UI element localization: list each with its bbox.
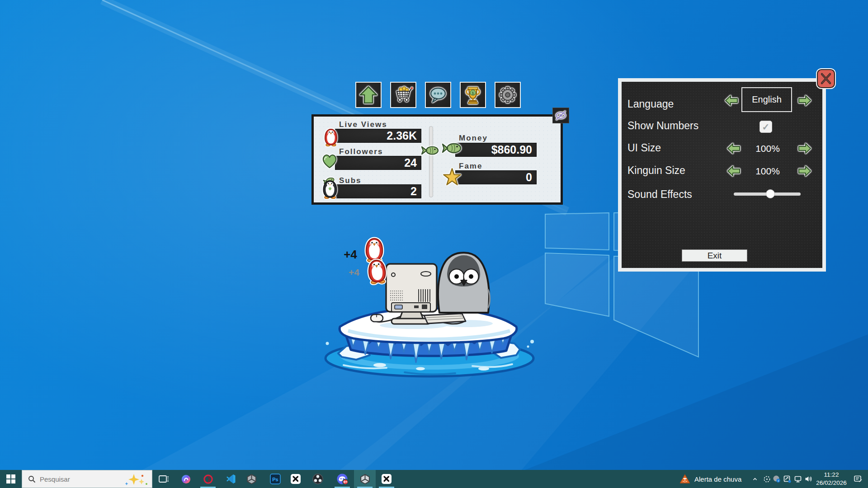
kinguin-size-value: 100% — [743, 166, 793, 177]
search-icon — [28, 475, 36, 483]
fish-slider-thumb[interactable] — [420, 144, 442, 157]
tray-network[interactable] — [793, 470, 803, 488]
notification-center-button[interactable] — [853, 470, 863, 488]
discord-badge: 9+ — [343, 480, 347, 484]
speaker-icon — [804, 475, 812, 483]
update-status-icon: i — [773, 475, 781, 483]
kinguin-size-label: Kinguin Size — [627, 164, 685, 177]
taskbar-app-unity[interactable] — [241, 470, 262, 488]
tray-cast[interactable] — [782, 470, 793, 488]
gear-icon — [498, 85, 518, 105]
cast-icon — [783, 475, 791, 483]
ui-size-increase-button[interactable] — [798, 142, 811, 155]
upgrade-button[interactable] — [355, 82, 382, 108]
search-input[interactable] — [40, 475, 112, 483]
followers-label: Followers — [339, 147, 383, 156]
game-scene: +4 +4 — [312, 235, 538, 384]
vscode-icon — [226, 474, 236, 484]
taskbar: Ps 9+ — [0, 470, 868, 488]
plus-four-recent: +4 — [344, 248, 357, 261]
taskbar-app-photoshop[interactable]: Ps — [264, 470, 286, 488]
language-prev-button[interactable] — [725, 94, 738, 107]
sound-effects-thumb[interactable] — [766, 189, 775, 198]
notification-center-icon — [854, 474, 863, 483]
eye-slash-icon — [555, 110, 567, 121]
clock-time: 11:22 — [824, 471, 839, 479]
clock-date: 26/02/2026 — [816, 479, 847, 487]
taskbar-app-obs[interactable] — [307, 470, 329, 488]
live-views-value: 2.36K — [335, 129, 421, 143]
unity-active-icon — [359, 474, 371, 485]
language-next-button[interactable] — [798, 94, 811, 107]
weather-alert-text: Alerta de chuva — [694, 475, 741, 483]
sub-penguin-icon — [322, 177, 338, 199]
task-view-icon — [158, 474, 169, 484]
opera-gx-icon — [203, 474, 213, 484]
copilot-icon — [181, 474, 191, 484]
desktop: 1 — [0, 0, 868, 488]
zoom-slider-track[interactable] — [429, 126, 433, 197]
photoshop-icon: Ps — [270, 474, 281, 484]
subs-value: 2 — [335, 184, 421, 198]
tray-update-status[interactable]: i — [771, 470, 782, 488]
taskbar-app-unity-active[interactable] — [354, 470, 376, 488]
weather-alert[interactable]: Alerta de chuva — [679, 470, 741, 488]
fame-value: 0 — [455, 170, 537, 184]
taskbar-app-capcut[interactable] — [285, 470, 307, 488]
discord-icon: 9+ — [336, 473, 349, 485]
language-select[interactable]: English — [741, 87, 792, 112]
chevron-up-icon — [751, 475, 759, 483]
hide-ui-button[interactable] — [552, 108, 569, 123]
achievements-button[interactable]: 1 — [460, 82, 486, 108]
ui-size-label: UI Size — [627, 142, 661, 154]
sound-effects-label: Sound Effects — [627, 188, 692, 201]
ui-size-value: 100% — [743, 143, 793, 154]
taskbar-app-discord[interactable]: 9+ — [331, 470, 353, 488]
kinguin-character[interactable] — [438, 253, 490, 313]
game-toolbar: 1 — [355, 82, 521, 108]
kinguin-size-decrease-button[interactable] — [727, 165, 741, 177]
follower-penguin-1 — [366, 239, 382, 262]
show-numbers-label: Show Numbers — [627, 120, 698, 132]
obs-icon — [312, 473, 324, 485]
followers-value: 24 — [335, 156, 421, 170]
tray-volume[interactable] — [803, 470, 814, 488]
money-value: $860.90 — [455, 143, 537, 157]
taskbar-search[interactable] — [22, 470, 152, 488]
screen-clip-icon — [763, 475, 771, 483]
chat-bubble-icon — [428, 85, 448, 105]
capcut-icon-2 — [381, 474, 392, 484]
heart-icon — [321, 153, 338, 170]
taskbar-clock[interactable]: 11:22 26/02/2026 — [813, 470, 850, 488]
start-button[interactable] — [0, 470, 22, 488]
chat-button[interactable] — [425, 82, 451, 108]
exit-button[interactable]: Exit — [682, 249, 747, 262]
taskbar-app-capcut-2[interactable] — [376, 470, 397, 488]
taskbar-app-task-view[interactable] — [153, 470, 175, 488]
taskbar-app-opera-gx[interactable] — [197, 470, 219, 488]
taskbar-app-vscode[interactable] — [220, 470, 242, 488]
trophy-number: 1 — [472, 91, 474, 95]
unity-icon — [246, 474, 257, 485]
live-views-label: Live Views — [339, 120, 387, 129]
photoshop-label: Ps — [272, 477, 278, 482]
ui-size-decrease-button[interactable] — [727, 142, 741, 155]
taskbar-app-copilot[interactable] — [175, 470, 197, 488]
tray-expand-button[interactable] — [750, 470, 760, 488]
stats-panel: Live Views 2.36K Followers 24 Subs 2 — [311, 114, 563, 205]
kinguin-size-increase-button[interactable] — [798, 165, 811, 177]
tray-screen-clip[interactable] — [761, 470, 772, 488]
fish-money-icon — [441, 141, 464, 156]
show-numbers-checkbox[interactable]: ✓ — [760, 121, 772, 133]
fame-label: Fame — [459, 162, 482, 171]
network-icon — [794, 475, 802, 483]
star-icon — [443, 168, 462, 187]
copilot-sparkles-icon — [123, 473, 149, 486]
sound-effects-slider[interactable] — [734, 192, 801, 196]
shop-button[interactable] — [390, 82, 416, 108]
trophy-icon: 1 — [463, 85, 483, 105]
up-arrow-icon — [359, 85, 378, 105]
close-settings-button[interactable] — [815, 67, 837, 90]
keyboard — [424, 314, 466, 324]
settings-button[interactable] — [495, 82, 521, 108]
